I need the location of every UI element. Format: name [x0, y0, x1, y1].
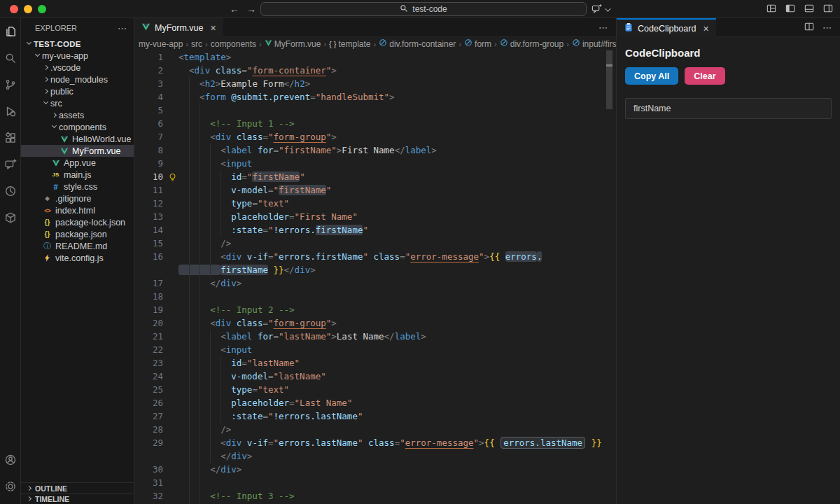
forward-button[interactable]: → — [246, 3, 256, 15]
tree-item--vscode[interactable]: .vscode — [21, 62, 134, 74]
tree-item-public[interactable]: public — [21, 85, 134, 97]
code-line-15[interactable]: 15 /> — [134, 237, 616, 250]
code-line-10[interactable]: 10 id="firstName" — [134, 170, 616, 183]
tree-item-vite-config-js[interactable]: vite.config.js — [21, 252, 134, 264]
activity-explorer-icon[interactable] — [0, 18, 21, 45]
tree-item-package-lock-json[interactable]: {}package-lock.json — [21, 216, 134, 228]
back-button[interactable]: ← — [230, 3, 239, 15]
tree-item-app-vue[interactable]: App.vue — [21, 157, 134, 169]
clipboard-item[interactable]: firstName — [625, 98, 832, 119]
code-line-12[interactable]: 12 type="text" — [134, 197, 616, 210]
tree-item-index-html[interactable]: <>index.html — [21, 204, 134, 216]
code-line-13[interactable]: 13 placeholder="First Name" — [134, 210, 616, 223]
command-center-search[interactable]: test-code — [260, 2, 587, 16]
tab-codeclipboard[interactable]: CodeClipboard × — [617, 18, 716, 37]
code-line-19[interactable]: 19 <!-- Input 2 --> — [134, 303, 616, 316]
code-line-11[interactable]: 11 v-model="firstName" — [134, 183, 616, 197]
panel-more-actions[interactable]: ⋯ — [822, 22, 832, 33]
explorer-more-actions[interactable]: ⋯ — [118, 23, 127, 34]
tree-item-package-json[interactable]: {}package.json — [21, 228, 134, 240]
activity-run-debug-icon[interactable] — [0, 98, 21, 125]
maximize-window-button[interactable] — [38, 5, 46, 13]
code-line-31[interactable]: 31 — [134, 476, 616, 489]
code-line-17[interactable]: 17 </div> — [134, 276, 616, 290]
customize-layout-icon[interactable] — [766, 4, 776, 15]
indent-guide — [200, 197, 200, 210]
code-line-4[interactable]: 4 <form @submit.prevent="handleSubmit"> — [134, 90, 616, 104]
tree-item-style-css[interactable]: #style.css — [21, 181, 134, 192]
code-line-wrap[interactable]: </div> — [134, 449, 616, 463]
code-line-30[interactable]: 30 </div> — [134, 463, 616, 476]
code-line-21[interactable]: 21 <label for="lastName">Last Name</labe… — [134, 330, 616, 343]
clear-button[interactable]: Clear — [685, 67, 724, 85]
tab-myform-vue[interactable]: MyForm.vue × — [134, 18, 223, 37]
code-line-32[interactable]: 32 <!-- Input 3 --> — [134, 489, 616, 503]
tree-item-my-vue-app[interactable]: my-vue-app — [21, 50, 134, 62]
code-line-27[interactable]: 27 :state="!errors.lastName" — [134, 410, 616, 423]
code-line-29[interactable]: 29 <div v-if="errors.lastName" class="er… — [134, 436, 616, 449]
activity-source-control-icon[interactable] — [0, 71, 21, 98]
breadcrumb-item-myform-vue[interactable]: MyForm.vue — [265, 39, 321, 49]
close-window-button[interactable] — [10, 5, 18, 13]
breadcrumb-item-src[interactable]: src — [191, 39, 202, 49]
split-editor-icon[interactable] — [804, 22, 814, 34]
code-line-22[interactable]: 22 <input — [134, 343, 616, 356]
code-line-8[interactable]: 8 <label for="firstName">First Name</lab… — [134, 144, 616, 157]
code-line-20[interactable]: 20 <div class="form-group"> — [134, 316, 616, 330]
activity-chat-icon[interactable] — [0, 151, 21, 178]
code-line-6[interactable]: 6 <!-- Input 1 --> — [134, 117, 616, 130]
activity-history-icon[interactable] — [0, 178, 21, 204]
copilot-menu[interactable] — [592, 4, 609, 16]
tree-item-components[interactable]: components — [21, 121, 134, 133]
toggle-sidebar-icon[interactable] — [785, 4, 795, 15]
activity-package-icon[interactable] — [0, 204, 21, 231]
code-line-24[interactable]: 24 v-model="lastName" — [134, 370, 616, 383]
breadcrumb-item-components[interactable]: components — [211, 39, 256, 49]
tree-item-node-modules[interactable]: node_modules — [21, 74, 134, 85]
code-line-2[interactable]: 2 <div class="form-container"> — [134, 64, 616, 77]
minimize-window-button[interactable] — [24, 5, 32, 13]
code-line-14[interactable]: 14 :state="!errors.firstName" — [134, 223, 616, 237]
editor-scrollbar[interactable] — [606, 50, 612, 109]
copy-all-button[interactable]: Copy All — [625, 67, 678, 85]
tree-item-helloworld-vue[interactable]: HelloWorld.vue — [21, 133, 134, 145]
activity-extensions-icon[interactable] — [0, 125, 21, 151]
code-line-9[interactable]: 9 <input — [134, 157, 616, 170]
tree-item-assets[interactable]: assets — [21, 109, 134, 121]
code-line-7[interactable]: 7 <div class="form-group"> — [134, 130, 616, 144]
account-icon[interactable] — [0, 447, 21, 473]
tree-item--gitignore[interactable]: ◆.gitignore — [21, 192, 134, 204]
breadcrumb-item-div-form-group[interactable]: div.form-group — [500, 38, 564, 49]
breadcrumb-item-div-form-container[interactable]: div.form-container — [379, 38, 456, 49]
tree-item-myform-vue[interactable]: MyForm.vue — [21, 145, 134, 157]
code-line-5[interactable]: 5 — [134, 104, 616, 117]
tree-item-src[interactable]: src — [21, 97, 134, 109]
activity-search-icon[interactable] — [0, 45, 21, 71]
code-line-wrap[interactable]: firstName }}</div> — [134, 263, 616, 276]
code-line-1[interactable]: 1<template> — [134, 50, 616, 64]
breadcrumb-item-form[interactable]: form — [464, 38, 491, 49]
toggle-secondary-sidebar-icon[interactable] — [823, 4, 833, 15]
timeline-section[interactable]: TIMELINE — [21, 493, 134, 504]
code-line-18[interactable]: 18 — [134, 290, 616, 303]
code-line-25[interactable]: 25 type="text" — [134, 383, 616, 396]
tree-item-test-code[interactable]: TEST-CODE — [21, 38, 134, 50]
code-line-23[interactable]: 23 id="lastName" — [134, 356, 616, 370]
toggle-panel-icon[interactable] — [804, 4, 814, 15]
breadcrumb-item-input-firstnan[interactable]: input#firstNan — [572, 38, 616, 49]
tree-item-readme-md[interactable]: ⓘREADME.md — [21, 240, 134, 252]
breadcrumb-item-my-vue-app[interactable]: my-vue-app — [139, 39, 183, 49]
settings-icon[interactable] — [0, 473, 21, 500]
editor-more-actions[interactable]: ⋯ — [598, 22, 608, 33]
breadcrumb-item-template[interactable]: { }template — [329, 39, 370, 49]
code-editor[interactable]: 1<template>2 <div class="form-container"… — [134, 50, 616, 504]
code-line-26[interactable]: 26 placeholder="Last Name" — [134, 396, 616, 410]
close-tab-icon[interactable]: × — [210, 22, 216, 34]
outline-section[interactable]: OUTLINE — [21, 482, 134, 493]
line-number: 2 — [134, 64, 163, 77]
code-line-28[interactable]: 28 /> — [134, 423, 616, 436]
close-panel-tab-icon[interactable]: × — [703, 23, 708, 34]
code-line-16[interactable]: 16 <div v-if="errors.firstName" class="e… — [134, 250, 616, 263]
tree-item-main-js[interactable]: JSmain.js — [21, 169, 134, 181]
code-line-3[interactable]: 3 <h2>Example Form</h2> — [134, 77, 616, 90]
